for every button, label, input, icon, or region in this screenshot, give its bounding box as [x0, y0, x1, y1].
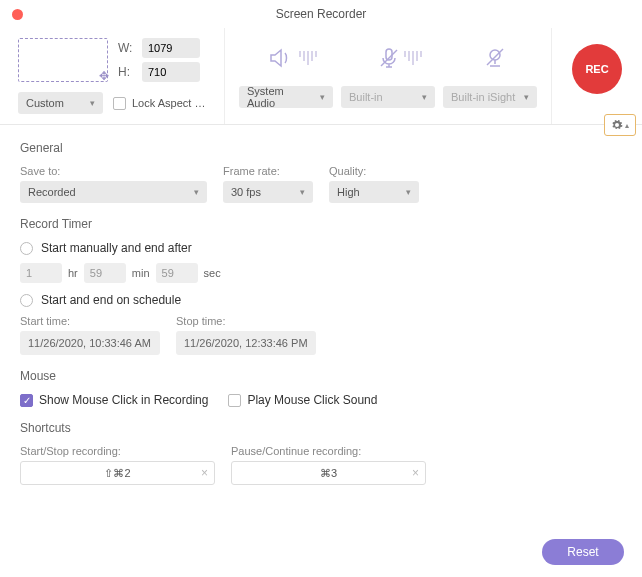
general-heading: General: [20, 141, 622, 155]
svg-point-2: [490, 50, 500, 60]
width-input[interactable]: [142, 38, 200, 58]
seconds-input[interactable]: [156, 263, 198, 283]
resize-handle-icon[interactable]: ✥: [99, 69, 109, 83]
lock-aspect-checkbox[interactable]: [113, 97, 126, 110]
play-click-sound-checkbox[interactable]: [228, 394, 241, 407]
close-window-button[interactable]: [12, 9, 23, 20]
show-mouse-click-checkbox[interactable]: ✓: [20, 394, 33, 407]
manual-label: Start manually and end after: [41, 241, 192, 255]
camera-value: Built-in iSight: [451, 91, 515, 103]
record-button[interactable]: REC: [572, 44, 622, 94]
clear-start-shortcut-button[interactable]: ×: [201, 466, 208, 480]
capture-area-panel: ✥ W: H: Custom ▾ Lock Aspect R...: [0, 28, 225, 124]
shortcuts-heading: Shortcuts: [20, 421, 622, 435]
camera-off-icon[interactable]: [483, 47, 507, 69]
audio-panel: System Audio ▾ Built-in ▾ Built-in iSigh…: [225, 28, 552, 124]
chevron-down-icon: ▾: [524, 92, 529, 102]
size-preset-select[interactable]: Custom ▾: [18, 92, 103, 114]
show-mouse-click-label: Show Mouse Click in Recording: [39, 393, 208, 407]
reset-button[interactable]: Reset: [542, 539, 624, 565]
stop-time-input[interactable]: [176, 331, 316, 355]
reset-label: Reset: [567, 545, 598, 559]
frame-rate-select[interactable]: 30 fps ▾: [223, 181, 313, 203]
size-preset-value: Custom: [26, 97, 64, 109]
width-label: W:: [118, 41, 136, 55]
start-time-input[interactable]: [20, 331, 160, 355]
chevron-down-icon: ▾: [406, 187, 411, 197]
start-shortcut-input[interactable]: ⇧⌘2 ×: [20, 461, 215, 485]
window-title: Screen Recorder: [276, 7, 367, 21]
gear-icon: [611, 119, 623, 131]
schedule-label: Start and end on schedule: [41, 293, 181, 307]
save-to-label: Save to:: [20, 165, 207, 177]
record-timer-heading: Record Timer: [20, 217, 622, 231]
chevron-down-icon: ▾: [320, 92, 325, 102]
mic-value: Built-in: [349, 91, 383, 103]
record-label: REC: [585, 63, 608, 75]
mouse-heading: Mouse: [20, 369, 622, 383]
pause-shortcut-input[interactable]: ⌘3 ×: [231, 461, 426, 485]
mic-select[interactable]: Built-in ▾: [341, 86, 435, 108]
pause-shortcut-value: ⌘3: [320, 467, 337, 480]
frame-rate-value: 30 fps: [231, 186, 261, 198]
manual-radio[interactable]: [20, 242, 33, 255]
stop-time-label: Stop time:: [176, 315, 316, 327]
system-audio-select[interactable]: System Audio ▾: [239, 86, 333, 108]
schedule-radio[interactable]: [20, 294, 33, 307]
clear-pause-shortcut-button[interactable]: ×: [412, 466, 419, 480]
height-input[interactable]: [142, 62, 200, 82]
quality-label: Quality:: [329, 165, 419, 177]
min-unit: min: [132, 267, 150, 279]
quality-value: High: [337, 186, 360, 198]
chevron-down-icon: ▾: [422, 92, 427, 102]
quality-select[interactable]: High ▾: [329, 181, 419, 203]
settings-toggle-button[interactable]: ▴: [604, 114, 636, 136]
save-to-select[interactable]: Recorded ▾: [20, 181, 207, 203]
minutes-input[interactable]: [84, 263, 126, 283]
pause-shortcut-label: Pause/Continue recording:: [231, 445, 426, 457]
speaker-icon[interactable]: [269, 47, 317, 69]
height-label: H:: [118, 65, 136, 79]
start-shortcut-label: Start/Stop recording:: [20, 445, 215, 457]
chevron-down-icon: ▾: [194, 187, 199, 197]
chevron-up-icon: ▴: [625, 121, 629, 130]
chevron-down-icon: ▾: [300, 187, 305, 197]
play-click-sound-label: Play Mouse Click Sound: [247, 393, 377, 407]
frame-rate-label: Frame rate:: [223, 165, 313, 177]
hr-unit: hr: [68, 267, 78, 279]
sec-unit: sec: [204, 267, 221, 279]
save-to-value: Recorded: [28, 186, 76, 198]
start-time-label: Start time:: [20, 315, 160, 327]
start-shortcut-value: ⇧⌘2: [104, 467, 130, 480]
microphone-off-icon[interactable]: [378, 47, 422, 69]
chevron-down-icon: ▾: [90, 98, 95, 108]
lock-aspect-label: Lock Aspect R...: [132, 97, 210, 109]
capture-area-selector[interactable]: ✥: [18, 38, 108, 82]
hours-input[interactable]: [20, 263, 62, 283]
system-audio-value: System Audio: [247, 85, 314, 109]
camera-select[interactable]: Built-in iSight ▾: [443, 86, 537, 108]
